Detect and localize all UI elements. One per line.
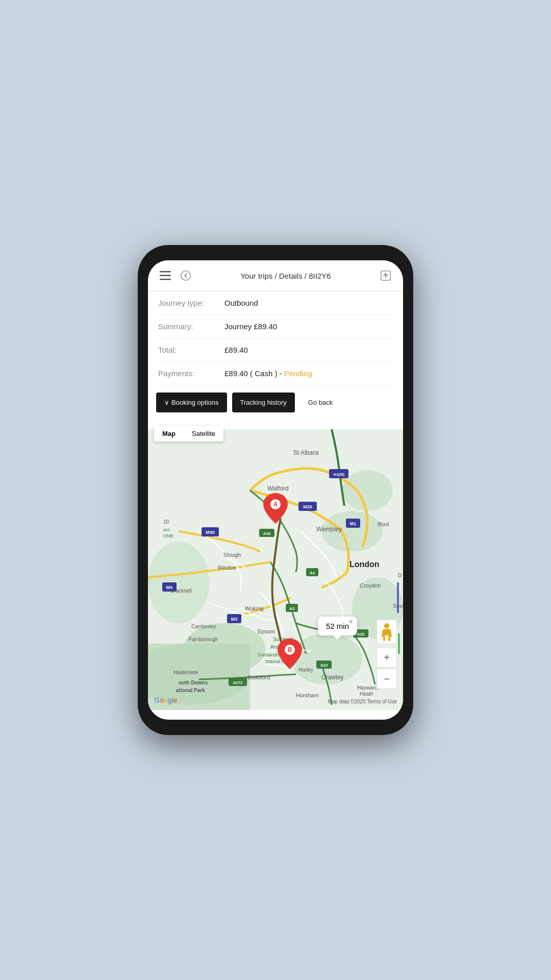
payments-amount: £89.40 ( Cash ) - (224, 369, 284, 378)
journey-type-row: Journey type: Outbound (158, 291, 393, 315)
total-label: Total: (158, 346, 224, 354)
svg-point-13 (342, 470, 393, 511)
map-controls: + − (377, 620, 397, 689)
svg-rect-76 (383, 637, 385, 641)
svg-text:10: 10 (163, 519, 169, 525)
total-value: £89.40 (224, 346, 248, 354)
payments-label: Payments: (158, 369, 224, 378)
booking-options-button[interactable]: ∨ Booking options (156, 393, 227, 412)
page-title: Your trips / Details / 8II2Y6 (195, 272, 377, 280)
journey-type-value: Outbound (224, 299, 258, 307)
street-view-icon (381, 623, 393, 641)
svg-rect-68 (397, 582, 399, 613)
payments-value: £89.40 ( Cash ) - Pending (224, 369, 312, 378)
svg-point-12 (148, 542, 209, 623)
svg-text:A23: A23 (320, 663, 328, 668)
svg-point-3 (181, 271, 190, 280)
svg-text:A4: A4 (310, 571, 315, 575)
svg-text:Haslemere: Haslemere (173, 670, 198, 675)
go-back-label: Go back (308, 399, 333, 406)
svg-text:A272: A272 (233, 680, 243, 685)
svg-text:Epsom: Epsom (258, 628, 275, 634)
action-buttons: ∨ Booking options Tracking history Go ba… (148, 385, 403, 420)
svg-text:M3: M3 (231, 617, 238, 622)
svg-text:Woking: Woking (245, 605, 263, 611)
info-section: Journey type: Outbound Summary: Journey … (148, 291, 403, 385)
svg-text:D: D (398, 573, 402, 578)
svg-text:St Albans: St Albans (293, 449, 319, 456)
svg-text:outh Downs: outh Downs (179, 680, 208, 685)
svg-text:A3: A3 (289, 606, 295, 611)
summary-row: Summary: Journey £89.40 (158, 315, 393, 338)
svg-text:Heath: Heath (360, 691, 373, 697)
payments-status: Pending (284, 369, 312, 378)
svg-text:A: A (273, 501, 278, 508)
summary-value: Journey £89.40 (224, 322, 277, 331)
map-view-toggle: Map Satellite (154, 426, 223, 442)
popup-close-icon[interactable]: ✕ (348, 619, 353, 625)
svg-text:ern: ern (163, 527, 170, 532)
payments-row: Payments: £89.40 ( Cash ) - Pending (158, 362, 393, 385)
svg-rect-0 (160, 271, 171, 273)
menu-icon[interactable] (156, 266, 174, 285)
phone-frame: Your trips / Details / 8II2Y6 Journey ty… (138, 245, 413, 735)
svg-text:Farnborough: Farnborough (189, 636, 218, 642)
svg-text:Horsham: Horsham (296, 692, 319, 698)
svg-text:A1(M): A1(M) (333, 472, 345, 477)
summary-label: Summary: (158, 322, 224, 331)
zoom-in-button[interactable]: + (377, 647, 397, 668)
duration-popup: ✕ 52 min (318, 617, 357, 635)
svg-text:Wembley: Wembley (316, 526, 342, 533)
svg-text:Crawley: Crawley (321, 674, 343, 681)
svg-text:M25: M25 (303, 504, 312, 509)
svg-rect-1 (160, 275, 171, 277)
back-icon[interactable] (177, 266, 195, 285)
google-logo: Google (154, 696, 177, 704)
svg-text:A40: A40 (263, 531, 271, 536)
svg-text:Bracknell: Bracknell (170, 588, 191, 594)
zoom-out-button[interactable]: − (377, 669, 397, 689)
svg-text:Windsor: Windsor (218, 565, 237, 571)
svg-rect-77 (388, 637, 390, 641)
svg-text:ONB: ONB (163, 533, 173, 538)
map-attribution: Map data ©2020 Terms of Use (328, 699, 397, 704)
svg-text:M40: M40 (206, 530, 215, 535)
svg-point-75 (384, 623, 389, 628)
map-toggle-map[interactable]: Map (154, 426, 184, 442)
go-back-button[interactable]: Go back (300, 393, 341, 412)
svg-text:ational Park: ational Park (176, 688, 205, 693)
map-toggle-satellite[interactable]: Satellite (184, 426, 223, 442)
svg-text:M1: M1 (350, 521, 357, 526)
journey-type-label: Journey type: (158, 299, 224, 307)
svg-text:London: London (349, 560, 380, 569)
google-e: e (173, 696, 177, 704)
svg-text:Guildford: Guildford (247, 674, 270, 680)
svg-rect-2 (160, 279, 171, 280)
top-bar: Your trips / Details / 8II2Y6 (148, 260, 403, 291)
svg-text:Camberley: Camberley (191, 624, 216, 629)
chevron-down-icon: ∨ (164, 399, 169, 406)
tracking-history-label: Tracking history (240, 399, 287, 406)
phone-screen: Your trips / Details / 8II2Y6 Journey ty… (148, 260, 403, 720)
svg-text:A22: A22 (357, 632, 365, 636)
share-icon[interactable] (377, 266, 395, 285)
svg-text:Watford: Watford (267, 485, 289, 492)
duration-text: 52 min (326, 622, 349, 630)
tracking-history-button[interactable]: Tracking history (232, 393, 295, 412)
total-row: Total: £89.40 (158, 338, 393, 362)
svg-text:B: B (288, 646, 292, 653)
google-g: G (154, 696, 160, 704)
google-o1: o (160, 696, 164, 704)
svg-text:Slough: Slough (223, 552, 241, 558)
map-container[interactable]: M25 A1(M) M1 M40 M4 M3 A40 (148, 420, 403, 720)
street-view-button[interactable] (377, 620, 397, 644)
svg-text:Ilford: Ilford (378, 522, 389, 527)
svg-text:Croydon: Croydon (360, 582, 381, 589)
booking-options-label: Booking options (171, 399, 219, 406)
map-svg: M25 A1(M) M1 M40 M4 M3 A40 (148, 420, 403, 720)
svg-rect-69 (398, 633, 400, 654)
svg-text:Horley: Horley (298, 667, 313, 673)
